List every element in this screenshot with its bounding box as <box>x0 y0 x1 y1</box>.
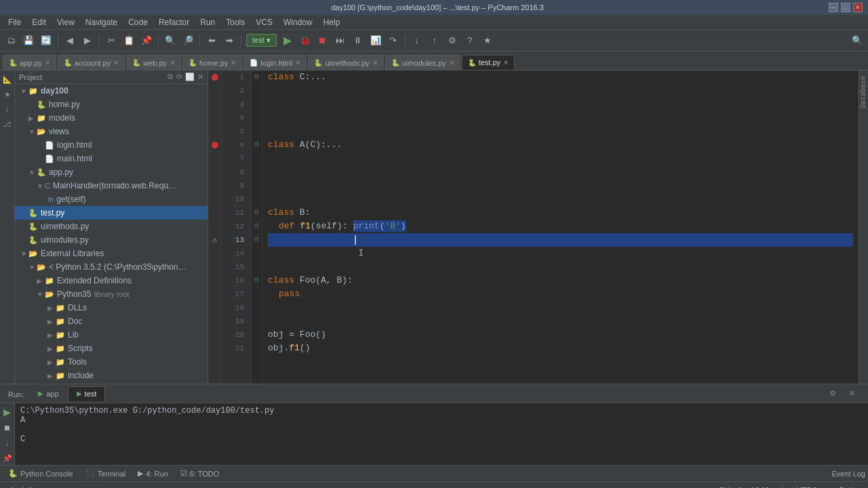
step-over-btn[interactable]: ↷ <box>385 33 401 49</box>
tree-item-external-libs[interactable]: 📂 External Libraries <box>15 247 208 260</box>
run-tab-app[interactable]: ▶ app <box>29 386 67 401</box>
tree-item-test-py[interactable]: 🐍 test.py <box>15 206 208 220</box>
status-event-log[interactable]: Event Log <box>831 470 865 478</box>
tree-item-python352[interactable]: 📂 < Python 3.5.2 (C:\Python35\python… <box>15 260 208 274</box>
project-expand-icon[interactable]: ⬜ <box>185 73 195 81</box>
tree-item-login-html[interactable]: 📄 login.html <box>15 138 208 152</box>
tab-app-py[interactable]: 🐍 app.py ✕ <box>3 55 56 70</box>
project-gear-icon[interactable]: ⚙ <box>167 73 174 81</box>
menu-run[interactable]: Run <box>195 16 220 28</box>
stop-button[interactable]: ⏹ <box>315 33 331 49</box>
bp-marker-6[interactable] <box>212 142 218 148</box>
tree-item-lib[interactable]: 📁 Lib <box>15 328 208 342</box>
tab-close-test[interactable]: ✕ <box>503 59 509 66</box>
toolbar-back-btn[interactable]: ◀ <box>62 33 78 49</box>
fold-12[interactable]: ⊟ <box>252 220 262 233</box>
tree-item-uimethods-py[interactable]: 🐍 uimethods.py <box>15 220 208 233</box>
run-button[interactable]: ▶ <box>279 33 296 49</box>
tree-item-mainhandler[interactable]: C MainHandler(tornado.web.Requ… <box>15 179 208 192</box>
menu-tools[interactable]: Tools <box>220 16 250 28</box>
toolbar-cut-btn[interactable]: ✂ <box>103 33 119 49</box>
tab-close-uimodules[interactable]: ✕ <box>449 59 454 66</box>
fold-16[interactable]: ⊟ <box>252 274 262 287</box>
tab-close-uimethods[interactable]: ✕ <box>372 59 378 66</box>
side-nav-icon[interactable]: ↕ <box>1 103 14 115</box>
vcs-update-btn[interactable]: ↓ <box>409 33 425 49</box>
toolbar-next-btn[interactable]: ➡ <box>221 33 237 49</box>
menu-view[interactable]: View <box>52 16 80 28</box>
tab-close-home[interactable]: ✕ <box>231 59 236 66</box>
tree-item-app-py[interactable]: 🐍 app.py <box>15 165 208 179</box>
tab-uimodules-py[interactable]: 🐍 uimodules.py ✕ <box>385 55 460 70</box>
close-button[interactable]: ✕ <box>853 3 863 12</box>
tab-account-py[interactable]: 🐍 account.py ✕ <box>58 55 125 70</box>
vcs-push-btn[interactable]: ↑ <box>427 33 443 49</box>
tree-item-get-self[interactable]: m get(self) <box>15 192 208 206</box>
tab-web-py[interactable]: 🐍 web.py ✕ <box>126 55 181 70</box>
toolbar-fav-btn[interactable]: ★ <box>479 33 496 49</box>
pause-button[interactable]: ⏸ <box>350 33 366 49</box>
coverage-button[interactable]: 📊 <box>368 33 384 49</box>
bottom-tab-todo[interactable]: ☑ 6: TODO <box>175 468 225 479</box>
tab-login-html[interactable]: 📄 login.html ✕ <box>243 55 307 70</box>
run-config-selector[interactable]: test ▾ <box>246 34 277 47</box>
tree-item-main-html[interactable]: 📄 main.html <box>15 152 208 165</box>
tab-uimethods-py[interactable]: 🐍 uimethods.py ✕ <box>308 55 383 70</box>
menu-window[interactable]: Window <box>278 16 318 28</box>
tree-item-views[interactable]: 📂 views <box>15 125 208 138</box>
run-scroll-btn[interactable]: ↓ <box>0 437 16 450</box>
bottom-tab-python-console[interactable]: 🐍 Python Console <box>3 468 79 479</box>
toolbar-settings-btn[interactable]: ⚙ <box>444 33 460 49</box>
toolbar-help-btn[interactable]: ? <box>462 33 478 49</box>
menu-help[interactable]: Help <box>318 16 346 28</box>
tree-item-dlls[interactable]: 📁 DLLs <box>15 301 208 314</box>
run-panel-close-btn[interactable]: ✕ <box>844 386 860 402</box>
minimize-button[interactable]: ─ <box>829 3 838 12</box>
fold-1[interactable]: ⊟ <box>252 70 262 84</box>
toolbar-replace-btn[interactable]: 🔎 <box>180 33 196 49</box>
tab-close-account[interactable]: ✕ <box>113 59 119 66</box>
tab-close-login[interactable]: ✕ <box>295 59 300 66</box>
fold-13[interactable]: ⊟ <box>252 233 262 247</box>
tree-item-models[interactable]: 📁 models <box>15 111 208 125</box>
menu-vcs[interactable]: VCS <box>250 16 278 28</box>
status-lang[interactable]: Python <box>840 486 863 489</box>
toolbar-prev-btn[interactable]: ⬅ <box>203 33 220 49</box>
toolbar-paste-btn[interactable]: 📌 <box>138 33 155 49</box>
window-controls[interactable]: ─ □ ✕ <box>829 3 863 12</box>
toolbar-project-btn[interactable]: 🗂 <box>3 33 19 49</box>
code-editor[interactable]: class C:... class A(C):... c <box>262 70 859 384</box>
bottom-tab-run[interactable]: ▶ 4: Run <box>132 468 173 479</box>
tab-home-py[interactable]: 🐍 home.py ✕ <box>182 55 242 70</box>
tree-item-home-py[interactable]: 🐍 home.py <box>15 98 208 111</box>
menu-navigate[interactable]: Navigate <box>80 16 123 28</box>
bp-marker-1[interactable] <box>212 74 218 81</box>
tab-close-app[interactable]: ✕ <box>45 59 50 66</box>
run-panel-settings-btn[interactable]: ⚙ <box>825 386 841 402</box>
side-git-icon[interactable]: ⎇ <box>1 118 14 130</box>
tree-root-day100[interactable]: ▼ 📁 day100 <box>15 84 208 98</box>
resume-button[interactable]: ⏭ <box>332 33 349 49</box>
tree-item-doc[interactable]: 📁 Doc <box>15 314 208 328</box>
maximize-button[interactable]: □ <box>841 3 850 12</box>
side-structure-icon[interactable]: 📐 <box>1 73 14 85</box>
fold-6[interactable]: ⊟ <box>252 138 262 152</box>
status-line-col[interactable]: 13:19 <box>751 486 770 489</box>
toolbar-forward-btn[interactable]: ▶ <box>79 33 96 49</box>
tree-item-python35-lib[interactable]: 📂 Python35 library root <box>15 287 208 301</box>
toolbar-search-everywhere[interactable]: 🔍 <box>849 33 865 49</box>
menu-file[interactable]: File <box>3 16 26 28</box>
tab-test-py[interactable]: 🐍 test.py ✕ <box>462 55 515 70</box>
bottom-tab-terminal[interactable]: ⬛ Terminal <box>80 468 132 479</box>
tree-item-ext-defs[interactable]: 📁 Extended Definitions <box>15 274 208 287</box>
status-crlf[interactable]: ↓ <box>827 486 831 489</box>
project-close-icon[interactable]: ✕ <box>197 73 203 81</box>
run-pin-btn[interactable]: 📌 <box>0 452 16 465</box>
tree-item-scripts[interactable]: 📁 Scripts <box>15 342 208 355</box>
menu-code[interactable]: Code <box>123 16 153 28</box>
side-fav-icon[interactable]: ★ <box>1 88 14 100</box>
tree-item-uimodules-py[interactable]: 🐍 uimodules.py <box>15 233 208 247</box>
tab-close-web[interactable]: ✕ <box>170 59 175 66</box>
toolbar-sync-btn[interactable]: 🔄 <box>38 33 54 49</box>
toolbar-search-btn[interactable]: 🔍 <box>162 33 178 49</box>
